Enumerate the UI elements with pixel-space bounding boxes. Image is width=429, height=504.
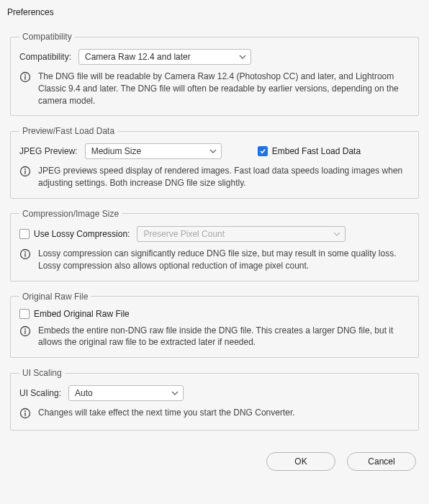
svg-rect-5 — [24, 171, 25, 174]
ui-scaling-label: UI Scaling: — [19, 388, 61, 398]
ui-scaling-select[interactable]: Auto — [68, 385, 184, 401]
preview-legend: Preview/Fast Load Data — [19, 126, 117, 136]
lossy-compression-checkbox[interactable]: Use Lossy Compression: — [19, 229, 130, 239]
ui-scaling-info: Changes will take effect the next time y… — [38, 407, 295, 419]
svg-rect-8 — [24, 253, 25, 257]
jpeg-preview-select[interactable]: Medium Size — [85, 143, 222, 159]
compatibility-group: Compatibility Compatibility: Camera Raw … — [10, 32, 419, 116]
compatibility-select[interactable]: Camera Raw 12.4 and later — [78, 49, 251, 65]
jpeg-preview-label: JPEG Preview: — [19, 146, 78, 156]
svg-point-1 — [24, 74, 26, 76]
info-icon — [19, 166, 31, 179]
ok-button[interactable]: OK — [266, 452, 335, 471]
info-icon — [19, 71, 31, 85]
window-title: Preferences — [0, 0, 429, 20]
embed-fastload-checkbox[interactable]: Embed Fast Load Data — [258, 146, 361, 156]
jpeg-preview-value: Medium Size — [91, 146, 141, 156]
checkbox-box — [19, 309, 30, 319]
ui-scaling-value: Auto — [75, 388, 93, 398]
chevron-down-icon — [209, 148, 217, 155]
original-info: Embeds the entire non-DNG raw file insid… — [38, 325, 405, 349]
chevron-down-icon — [333, 230, 340, 238]
svg-rect-2 — [24, 76, 25, 80]
info-icon — [19, 325, 31, 339]
checkbox-box — [19, 229, 30, 239]
preferences-content: Compatibility Compatibility: Camera Raw … — [0, 20, 429, 448]
button-bar: OK Cancel — [0, 448, 429, 478]
original-group: Original Raw File Embed Original Raw Fil… — [10, 292, 419, 359]
compatibility-select-value: Camera Raw 12.4 and later — [85, 52, 191, 62]
ui-scaling-legend: UI Scaling — [19, 368, 65, 378]
preview-group: Preview/Fast Load Data JPEG Preview: Med… — [10, 126, 419, 199]
svg-rect-11 — [24, 330, 25, 333]
embed-original-label: Embed Original Raw File — [34, 309, 130, 319]
svg-point-13 — [24, 410, 26, 412]
compression-group: Compression/Image Size Use Lossy Compres… — [10, 209, 419, 282]
pixel-count-select: Preserve Pixel Count — [137, 226, 346, 242]
lossy-compression-label: Use Lossy Compression: — [34, 229, 130, 239]
svg-rect-14 — [24, 413, 25, 416]
chevron-down-icon — [239, 53, 246, 60]
pixel-count-value: Preserve Pixel Count — [143, 229, 225, 239]
compression-legend: Compression/Image Size — [19, 209, 122, 219]
chevron-down-icon — [171, 390, 179, 397]
preview-info: JPEG previews speed display of rendered … — [38, 165, 405, 189]
cancel-button[interactable]: Cancel — [347, 452, 416, 471]
compatibility-label: Compatibility: — [19, 52, 71, 62]
svg-point-10 — [24, 328, 26, 330]
checkbox-box — [258, 146, 268, 156]
embed-fastload-label: Embed Fast Load Data — [272, 146, 361, 156]
info-icon — [19, 408, 31, 421]
compatibility-info: The DNG file will be readable by Camera … — [38, 71, 405, 107]
info-icon — [19, 248, 31, 262]
compression-info: Lossy compression can significantly redu… — [38, 248, 405, 272]
ui-scaling-group: UI Scaling UI Scaling: Auto Changes will… — [10, 368, 419, 431]
svg-point-7 — [24, 251, 26, 253]
svg-point-4 — [24, 168, 26, 170]
embed-original-checkbox[interactable]: Embed Original Raw File — [19, 309, 130, 319]
original-legend: Original Raw File — [19, 292, 91, 302]
compatibility-legend: Compatibility — [19, 32, 75, 42]
